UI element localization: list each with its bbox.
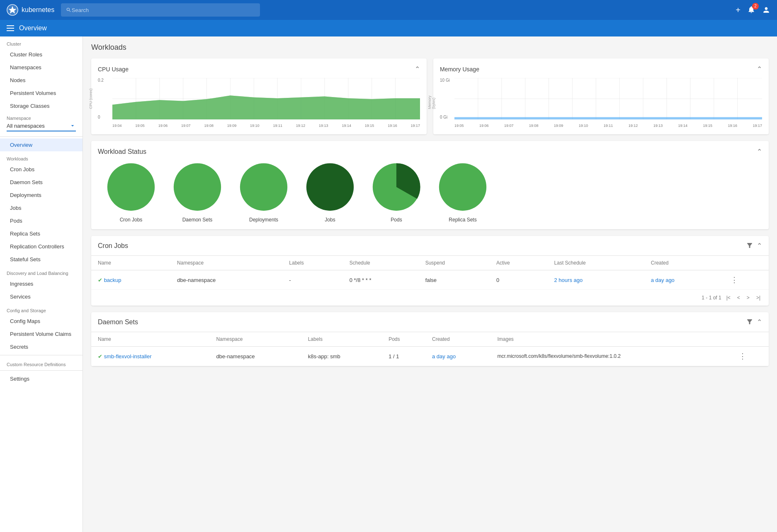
- workload-status-header: Workload Status ⌃: [98, 148, 762, 155]
- cpu-y-top: 0.2: [98, 78, 110, 83]
- table-row: ✔ smb-flexvol-installer dbe-namespace k8…: [91, 347, 769, 366]
- sidebar-item-services[interactable]: Services: [0, 290, 83, 303]
- cpu-collapse-button[interactable]: ⌃: [415, 65, 420, 73]
- sidebar-item-secrets[interactable]: Secrets: [0, 340, 83, 353]
- cron-job-name-link[interactable]: backup: [104, 277, 121, 283]
- pagination-prev-button[interactable]: <: [736, 293, 742, 302]
- memory-chart-content: [454, 78, 762, 119]
- memory-y-label-text: Memory (bytes): [427, 88, 436, 109]
- kubernetes-logo-icon: [7, 4, 18, 16]
- daemon-sets-filter-icon[interactable]: [746, 318, 753, 326]
- memory-y-bottom: 0 Gi: [440, 115, 452, 119]
- jobs-label: Jobs: [325, 217, 335, 223]
- content-area: Workloads CPU Usage ⌃ 0.2 CPU (cores) 0: [83, 36, 777, 532]
- sidebar-item-ingresses[interactable]: Ingresses: [0, 277, 83, 290]
- memory-y-labels: 10 Gi Memory (bytes) 0 Gi: [440, 78, 452, 119]
- sidebar-divider-1: [0, 136, 83, 137]
- daemon-set-created: a day ago: [425, 347, 490, 366]
- workloads-section-label: Workloads: [0, 151, 83, 163]
- sidebar-item-deployments[interactable]: Deployments: [0, 189, 83, 202]
- daemon-sets-col-images: Images: [490, 332, 732, 347]
- daemon-set-status-cell: ✔ smb-flexvol-installer: [91, 347, 209, 366]
- hamburger-menu[interactable]: [7, 25, 14, 31]
- daemon-sets-col-created: Created: [425, 332, 490, 347]
- daemon-sets-donut: [172, 162, 222, 212]
- daemon-sets-collapse-button[interactable]: ⌃: [757, 318, 762, 326]
- daemon-set-labels: k8s-app: smb: [301, 347, 382, 366]
- cron-job-created: a day ago: [644, 270, 724, 290]
- cron-jobs-col-namespace: Namespace: [170, 256, 282, 270]
- cpu-chart-content: [112, 78, 420, 119]
- daemon-sets-table-header: Daemon Sets ⌃: [91, 312, 769, 332]
- cpu-chart-area: 0.2 CPU (cores) 0: [98, 78, 420, 128]
- notification-button[interactable]: 2: [747, 5, 755, 15]
- cron-jobs-col-last-schedule: Last Schedule: [548, 256, 644, 270]
- svg-marker-17: [112, 95, 420, 119]
- filter-icon[interactable]: [746, 242, 753, 249]
- cpu-y-bottom: 0: [98, 115, 110, 119]
- sidebar-item-replica-sets[interactable]: Replica Sets: [0, 227, 83, 240]
- sidebar-item-overview[interactable]: Overview: [0, 138, 83, 151]
- cron-job-labels: -: [282, 270, 342, 290]
- sidebar-item-jobs[interactable]: Jobs: [0, 202, 83, 214]
- svg-point-39: [439, 163, 486, 211]
- sidebar-item-stateful-sets[interactable]: Stateful Sets: [0, 253, 83, 266]
- memory-chart-header: Memory Usage ⌃: [440, 65, 762, 73]
- sidebar-item-settings[interactable]: Settings: [0, 372, 83, 385]
- add-button[interactable]: +: [736, 5, 741, 15]
- discovery-section-label: Discovery and Load Balancing: [0, 266, 83, 277]
- pagination-last-button[interactable]: >|: [755, 293, 762, 302]
- daemon-set-name-link[interactable]: smb-flexvol-installer: [104, 353, 152, 360]
- cpu-chart-card: CPU Usage ⌃ 0.2 CPU (cores) 0: [91, 58, 427, 134]
- pagination-next-button[interactable]: >: [745, 293, 751, 302]
- search-input[interactable]: [72, 7, 255, 13]
- namespace-dropdown[interactable]: All namespaces: [7, 122, 76, 131]
- cron-job-status-cell: ✔ backup: [91, 270, 170, 290]
- donut-pods: Pods: [372, 162, 421, 223]
- sidebar-item-config-maps[interactable]: Config Maps: [0, 315, 83, 328]
- sidebar-item-storage-classes[interactable]: Storage Classes: [0, 100, 83, 112]
- cron-jobs-col-name: Name: [91, 256, 170, 270]
- notification-badge: 2: [752, 3, 759, 10]
- account-icon[interactable]: [762, 6, 770, 14]
- sidebar-item-namespaces[interactable]: Namespaces: [0, 61, 83, 74]
- jobs-donut: [305, 162, 355, 212]
- cron-job-more-button[interactable]: ⋮: [731, 275, 738, 284]
- memory-collapse-button[interactable]: ⌃: [757, 65, 762, 73]
- table-row: ✔ backup dbe-namespace - 0 */8 * * * fal…: [91, 270, 769, 290]
- sidebar-item-cron-jobs[interactable]: Cron Jobs: [0, 163, 83, 176]
- deployments-donut: [239, 162, 289, 212]
- sidebar-item-pods[interactable]: Pods: [0, 214, 83, 227]
- cron-jobs-label: Cron Jobs: [120, 217, 143, 223]
- daemon-set-more: ⋮: [732, 347, 769, 366]
- sidebar-item-pvc[interactable]: Persistent Volume Claims: [0, 328, 83, 340]
- sidebar-item-cluster-roles[interactable]: Cluster Roles: [0, 48, 83, 61]
- pagination-first-button[interactable]: |<: [725, 293, 732, 302]
- svg-point-37: [306, 163, 354, 211]
- cron-jobs-col-actions: [724, 256, 769, 270]
- sidebar-item-daemon-sets[interactable]: Daemon Sets: [0, 176, 83, 189]
- daemon-sets-table-actions: ⌃: [746, 318, 762, 326]
- workload-status-collapse-button[interactable]: ⌃: [757, 148, 762, 155]
- svg-point-34: [107, 163, 155, 211]
- sidebar-item-persistent-volumes[interactable]: Persistent Volumes: [0, 87, 83, 100]
- daemon-set-more-button[interactable]: ⋮: [739, 352, 746, 361]
- pods-label: Pods: [391, 217, 402, 223]
- workloads-title: Workloads: [91, 43, 769, 52]
- sidebar-divider-2: [0, 355, 83, 355]
- replica-sets-label: Replica Sets: [449, 217, 476, 223]
- cron-jobs-collapse-button[interactable]: ⌃: [757, 242, 762, 250]
- search-bar[interactable]: [61, 3, 260, 17]
- charts-row: CPU Usage ⌃ 0.2 CPU (cores) 0: [91, 58, 769, 134]
- sidebar: Cluster Cluster Roles Namespaces Nodes P…: [0, 36, 83, 532]
- cpu-y-label-text: CPU (cores): [89, 88, 93, 109]
- workload-status-title: Workload Status: [98, 148, 146, 155]
- sidebar-item-nodes[interactable]: Nodes: [0, 74, 83, 87]
- cpu-chart-header: CPU Usage ⌃: [98, 65, 420, 73]
- sidebar-item-replication-controllers[interactable]: Replication Controllers: [0, 240, 83, 253]
- namespace-selector: Namespace All namespaces: [0, 112, 83, 135]
- cron-jobs-table-card: Cron Jobs ⌃ Name Namespace Labels Schedu…: [91, 236, 769, 306]
- sidebar-divider-3: [0, 370, 83, 371]
- memory-x-labels: 19:05 19:06 19:07 19:08 19:09 19:10 19:1…: [454, 124, 762, 128]
- cpu-chart-title: CPU Usage: [98, 66, 129, 73]
